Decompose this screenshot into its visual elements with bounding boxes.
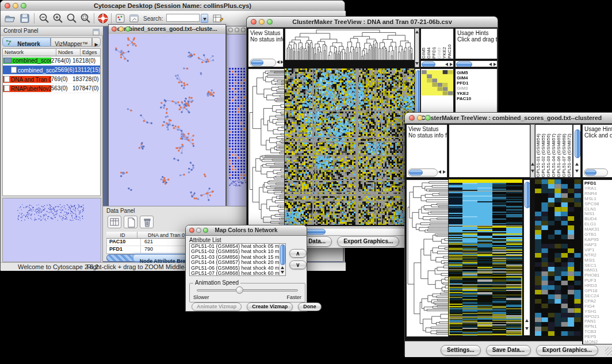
minimize-icon[interactable] bbox=[196, 228, 201, 233]
column-label[interactable]: GPL51-02 (GSM855) bbox=[541, 125, 546, 177]
tv2-top-dendrogram-area[interactable] bbox=[449, 124, 530, 178]
scroll-right-icon[interactable] bbox=[281, 60, 284, 64]
gene-label[interactable]: YKE2 bbox=[456, 91, 497, 96]
scroll-down-icon[interactable] bbox=[415, 62, 419, 65]
scroll-down-icon[interactable] bbox=[575, 170, 579, 173]
delete-attribute-trash-icon[interactable] bbox=[140, 216, 154, 228]
scroll-right-icon[interactable] bbox=[494, 63, 496, 66]
scroll-left-icon[interactable] bbox=[445, 63, 448, 66]
gene-label[interactable]: GIM4 bbox=[456, 75, 497, 81]
window-snapshot-icon[interactable] bbox=[128, 13, 140, 24]
dialog-button[interactable]: Create Vizmap bbox=[247, 302, 293, 311]
treeview2-button[interactable]: Export Graphics... bbox=[536, 345, 598, 355]
minimize-icon[interactable] bbox=[259, 19, 265, 25]
scroll-down-icon[interactable] bbox=[281, 271, 284, 274]
zoom-window-icon[interactable] bbox=[267, 19, 273, 25]
column-label[interactable]: GPL51-01 (GSM854) bbox=[536, 125, 541, 177]
scroll-right-icon[interactable] bbox=[443, 170, 446, 174]
scroll-right-icon[interactable] bbox=[450, 63, 453, 66]
network-tree-row[interactable]: DNA and Tran 07769(0)183728(0) bbox=[3, 75, 100, 84]
tv1-column-dendrogram-canvas[interactable] bbox=[285, 28, 415, 60]
scroll-left-icon[interactable] bbox=[277, 60, 280, 64]
main-title-bar[interactable]: Cytoscape Desktop (Session Name: collins… bbox=[1, 1, 345, 12]
minimize-icon[interactable] bbox=[417, 115, 423, 121]
scroll-left-icon[interactable] bbox=[489, 63, 492, 66]
column-label[interactable]: GPL51-04 (GSM857) bbox=[551, 125, 556, 177]
float-panel-icon[interactable] bbox=[93, 28, 100, 35]
background-network-canvas[interactable] bbox=[227, 35, 248, 207]
zoom-fit-icon[interactable] bbox=[80, 13, 91, 24]
zoom-in-icon[interactable] bbox=[52, 13, 64, 24]
scroll-down-icon[interactable] bbox=[525, 327, 529, 330]
close-icon[interactable] bbox=[409, 115, 415, 121]
tab-network[interactable]: Network bbox=[2, 37, 51, 47]
scroll-left-icon[interactable] bbox=[438, 170, 441, 174]
panel-dots-icon[interactable] bbox=[114, 13, 126, 24]
resize-grip[interactable] bbox=[605, 347, 612, 355]
close-icon[interactable] bbox=[189, 228, 194, 233]
column-label[interactable]: GPL51-03 (GSM856) bbox=[546, 125, 551, 177]
column-header-edges[interactable]: Edges bbox=[81, 49, 100, 56]
column-label[interactable]: PFD1 bbox=[431, 29, 437, 59]
scroll-up-icon[interactable] bbox=[281, 266, 284, 269]
attribute-list-vscroll-thumb[interactable] bbox=[280, 244, 285, 265]
column-label[interactable]: GPL51-08 (GSM872) bbox=[567, 125, 572, 177]
speed-slider-thumb[interactable] bbox=[236, 286, 243, 294]
zoom-window-icon[interactable] bbox=[425, 115, 431, 121]
data-column-id[interactable]: ID bbox=[106, 232, 137, 239]
column-header-nodes[interactable]: Nodes bbox=[56, 49, 81, 56]
treeview2-title-bar[interactable]: ClusterMaker TreeView : combined_scores_… bbox=[405, 113, 612, 124]
close-icon[interactable] bbox=[228, 28, 233, 32]
column-label[interactable]: GPL51-06 (GSM865) bbox=[556, 125, 561, 177]
select-attributes-button[interactable] bbox=[108, 216, 121, 228]
scroll-up-icon[interactable] bbox=[415, 30, 419, 33]
speed-slider-groove[interactable] bbox=[197, 289, 298, 292]
gene-label[interactable]: PAC10 bbox=[456, 96, 497, 101]
treeview2-button[interactable]: Save Data... bbox=[486, 345, 531, 355]
tv1-usage-hscroll-thumb[interactable] bbox=[456, 62, 472, 67]
tv2-row-dendrogram-canvas[interactable] bbox=[406, 179, 449, 337]
zoom-selected-icon[interactable] bbox=[66, 13, 78, 24]
search-input[interactable] bbox=[166, 14, 200, 22]
tv1-heatmap-canvas[interactable] bbox=[285, 68, 415, 225]
dialog-button[interactable]: Animate Vizmap bbox=[192, 302, 242, 311]
tv2-usage-scrollbar[interactable] bbox=[584, 168, 608, 177]
move-down-button[interactable]: ∨ bbox=[289, 260, 307, 269]
gene-label[interactable]: MON2 bbox=[583, 340, 612, 344]
scroll-up-icon[interactable] bbox=[531, 163, 534, 166]
attribute-listbox[interactable]: GPL51-01 (GSM854) heat shock 05 minGPL51… bbox=[189, 243, 286, 276]
close-icon[interactable] bbox=[5, 3, 10, 9]
tv2-heatmap-canvas[interactable] bbox=[449, 179, 522, 336]
scroll-up-icon[interactable] bbox=[575, 163, 579, 166]
tv1-row-dendrogram-canvas[interactable] bbox=[248, 68, 285, 226]
treeview1-title-bar[interactable]: ClusterMaker TreeView : DNA and Tran 07-… bbox=[247, 17, 498, 28]
zoom-out-icon[interactable] bbox=[39, 13, 50, 24]
close-icon[interactable] bbox=[112, 26, 117, 32]
column-label[interactable]: GIM4 bbox=[426, 29, 431, 59]
column-label[interactable]: PAC10 bbox=[447, 29, 452, 59]
help-lifesaver-icon[interactable] bbox=[97, 13, 109, 24]
network-tree-row[interactable]: combined_sco2569(6)13112(15) bbox=[3, 66, 100, 75]
column-label[interactable]: GIM5 bbox=[421, 29, 426, 59]
save-session-icon[interactable] bbox=[19, 13, 30, 24]
tab-overflow-button[interactable]: ▶ bbox=[92, 37, 101, 47]
close-icon[interactable] bbox=[251, 19, 257, 25]
search-dropdown-button[interactable] bbox=[201, 14, 208, 23]
tv1-status-scrollbar[interactable] bbox=[250, 59, 276, 67]
gene-label[interactable]: PFD1 bbox=[456, 81, 497, 86]
gene-label[interactable]: GIM3 bbox=[456, 86, 497, 91]
zoom-window-icon[interactable] bbox=[203, 228, 208, 233]
minimize-icon[interactable] bbox=[118, 26, 124, 32]
attribute-item[interactable]: GPL51-07 (GSM868) heat shock 60 min bbox=[190, 271, 285, 276]
tv2-status-scrollbar[interactable] bbox=[408, 168, 438, 177]
tab-vizmapper[interactable]: VizMapper™ bbox=[51, 37, 92, 47]
tv2-heat-vscroll-thumb[interactable] bbox=[525, 182, 530, 208]
tv1-labels-hscroll-thumb[interactable] bbox=[422, 62, 435, 67]
minimize-icon[interactable] bbox=[235, 28, 239, 32]
attribute-browser-icon[interactable] bbox=[212, 13, 224, 24]
treeview1-button[interactable]: Export Graphics... bbox=[337, 236, 399, 247]
scroll-up-icon[interactable] bbox=[525, 319, 529, 322]
tv2-zoom-heatmap-canvas[interactable] bbox=[535, 179, 581, 336]
column-label[interactable]: GIM3 bbox=[437, 29, 442, 59]
tv2-labels-vscroll-thumb[interactable] bbox=[575, 129, 580, 158]
